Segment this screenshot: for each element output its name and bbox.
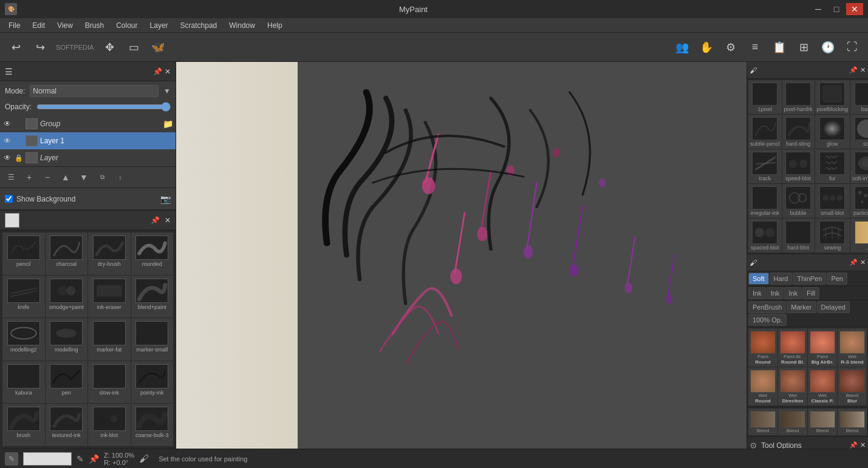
- cat-tab-ink1[interactable]: Ink: [748, 287, 766, 299]
- brush-lib-cell[interactable]: glow: [815, 115, 850, 149]
- move-tool-button[interactable]: ✥: [98, 36, 120, 58]
- brush-lib-cell[interactable]: track: [748, 149, 782, 183]
- brush-panel-close-button[interactable]: ✕: [165, 216, 171, 225]
- brush-lib-pin-button[interactable]: 📌: [849, 66, 858, 74]
- settings-button[interactable]: ⚙: [720, 36, 742, 58]
- menu-edit[interactable]: Edit: [26, 20, 51, 31]
- cat-tab-thinpen[interactable]: ThinPen: [793, 273, 826, 285]
- brush-panel-pin-button[interactable]: 📌: [151, 216, 160, 225]
- cat-tab-soft[interactable]: Soft: [748, 273, 769, 285]
- cat-brush-cell-blend4[interactable]: Blend: [838, 409, 867, 435]
- menu-colour[interactable]: Colour: [110, 20, 143, 31]
- layer-delete-button[interactable]: −: [39, 169, 56, 186]
- clock-button[interactable]: 🕐: [817, 36, 839, 58]
- brush-lib-cell[interactable]: soft-irregular: [850, 149, 868, 183]
- brush-cell[interactable]: pencil: [2, 232, 45, 275]
- brush-lib-cell[interactable]: ...: [850, 219, 868, 253]
- layer-move-up-button[interactable]: ▲: [57, 169, 74, 186]
- visibility-icon[interactable]: 👁: [2, 154, 12, 162]
- brush-cell[interactable]: ink-eraser: [88, 276, 131, 318]
- brush-lib-cell[interactable]: pixel-hardrk: [782, 80, 815, 114]
- brush-lib-cell[interactable]: speed-blot: [782, 149, 815, 183]
- menu-scratchpad[interactable]: Scratchpad: [174, 20, 224, 31]
- brush-cell[interactable]: pointy-ink: [131, 361, 174, 404]
- transform-tool-button[interactable]: 🦋: [147, 36, 169, 58]
- menu-layer[interactable]: Layer: [144, 20, 174, 31]
- brush-lib-cell[interactable]: pixelblocking: [815, 80, 850, 114]
- brush-lib-cell[interactable]: sewing: [815, 219, 850, 253]
- layer-panel-close-button[interactable]: ✕: [165, 67, 171, 76]
- brush-cell[interactable]: smudge+paint: [46, 276, 88, 318]
- snap-button[interactable]: 📌: [89, 454, 99, 464]
- layer-duplicate-button[interactable]: ⧉: [94, 169, 111, 186]
- snapshot-icon[interactable]: 📷: [160, 194, 171, 204]
- cat-panel-pin-button[interactable]: 📌: [849, 259, 858, 266]
- brush-lib-cell[interactable]: fur: [815, 149, 850, 183]
- brush-cell[interactable]: modelling2: [2, 318, 45, 361]
- minimize-button[interactable]: ─: [810, 3, 827, 15]
- layer-add-button[interactable]: +: [21, 169, 38, 186]
- layer-sort-button[interactable]: ↕: [112, 169, 129, 186]
- brush-cell[interactable]: rounded: [131, 232, 174, 275]
- brush-cell[interactable]: pen: [46, 361, 88, 404]
- edit-color-button[interactable]: ✎: [5, 452, 18, 466]
- close-button[interactable]: ✕: [846, 3, 863, 15]
- cat-tab-hard[interactable]: Hard: [770, 273, 793, 285]
- brush-lib-cell[interactable]: subtle-pencl: [748, 115, 782, 149]
- menu-brush[interactable]: Brush: [79, 20, 110, 31]
- brush-lib-cell[interactable]: 1pixel: [748, 80, 782, 114]
- menu-button[interactable]: ≡: [744, 36, 766, 58]
- brush-cell[interactable]: blend+paint: [131, 276, 174, 318]
- cat-tab-fill[interactable]: Fill: [802, 287, 819, 299]
- brush-lib-cell[interactable]: B basic: [850, 80, 868, 114]
- brush-lib-cell[interactable]: soft: [850, 115, 868, 149]
- brush-cell[interactable]: coarse-bulk-3: [131, 404, 174, 446]
- opacity-slider[interactable]: [36, 102, 171, 112]
- brush-cell[interactable]: modelling: [46, 318, 88, 361]
- brush-lib-cell[interactable]: bubble: [782, 184, 815, 218]
- show-background-label[interactable]: Show Background: [16, 195, 75, 203]
- menu-help[interactable]: Help: [261, 20, 289, 31]
- color-preview[interactable]: [23, 452, 72, 466]
- tool-options-close-button[interactable]: ✕: [860, 441, 866, 449]
- visibility-icon[interactable]: 👁: [2, 120, 12, 128]
- brush-lib-cell[interactable]: hard-sting: [782, 115, 815, 149]
- mode-select[interactable]: Normal Multiply Screen Overlay: [30, 85, 159, 97]
- layer-new-button[interactable]: ☰: [2, 169, 19, 186]
- cat-brush-cell[interactable]: Blend Blur: [838, 367, 867, 405]
- brush-lib-cell[interactable]: small-blot: [815, 184, 850, 218]
- history-button[interactable]: 📋: [768, 36, 790, 58]
- brush-cell[interactable]: kabura: [2, 361, 45, 404]
- cat-brush-cell-blend1[interactable]: Blend: [748, 409, 777, 435]
- hand-tool-button[interactable]: ✋: [695, 36, 717, 58]
- brush-cell[interactable]: marker-fat: [88, 318, 131, 361]
- brush-lib-cell[interactable]: irregular-ink: [748, 184, 782, 218]
- grid-button[interactable]: ⊞: [793, 36, 815, 58]
- fullscreen-button[interactable]: ⛶: [841, 36, 863, 58]
- cat-brush-cell[interactable]: Wet R-S blend: [838, 328, 867, 367]
- brush-cell[interactable]: charcoal: [46, 232, 88, 275]
- cat-tab-ink2[interactable]: Ink: [767, 287, 784, 299]
- color-swatch[interactable]: [5, 213, 19, 228]
- menu-window[interactable]: Window: [223, 20, 261, 31]
- painting-canvas[interactable]: [176, 62, 747, 449]
- menu-view[interactable]: View: [51, 20, 79, 31]
- brush-cell[interactable]: slow-ink: [88, 361, 131, 404]
- brush-lib-cell[interactable]: hard-blot: [782, 219, 815, 253]
- brush-lib-close-button[interactable]: ✕: [860, 66, 866, 74]
- cat-tab-100op[interactable]: 100% Op.: [748, 314, 787, 326]
- cat-brush-cell[interactable]: Paint-Bl. Round Bl.: [778, 328, 807, 367]
- cat-tab-marker[interactable]: Marker: [787, 301, 816, 313]
- layer-item[interactable]: 👁 Layer 1: [0, 132, 176, 149]
- tool-options-pin-button[interactable]: 📌: [849, 441, 858, 449]
- menu-file[interactable]: File: [2, 20, 26, 31]
- layer-panel-menu-icon[interactable]: ☰: [5, 67, 13, 76]
- layer-move-down-button[interactable]: ▼: [75, 169, 92, 186]
- cat-brush-cell[interactable]: Wet Classic P.: [808, 367, 837, 405]
- layer-item[interactable]: 👁 Group 📁: [0, 115, 176, 132]
- brush-cell[interactable]: knife: [2, 276, 45, 318]
- brush-cell[interactable]: marker-small: [131, 318, 174, 361]
- redo-button[interactable]: ↪: [29, 36, 51, 58]
- cat-brush-cell[interactable]: Wet Direction: [778, 367, 807, 405]
- crop-tool-button[interactable]: ▭: [123, 36, 145, 58]
